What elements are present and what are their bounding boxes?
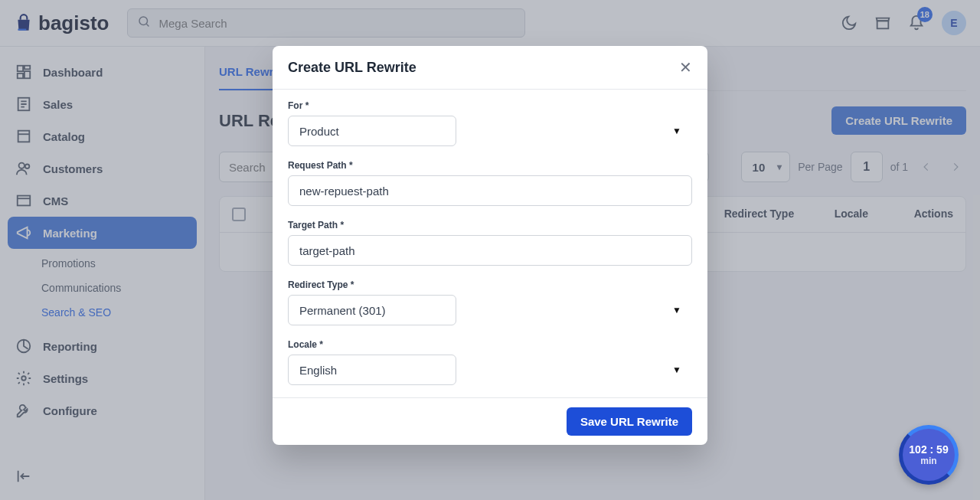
timer-value: 102 : 59 [909, 443, 948, 456]
modal-overlay[interactable]: Create URL Rewrite ✕ For * ▼ Request Pat… [0, 0, 980, 500]
chevron-down-icon: ▼ [672, 305, 681, 315]
chevron-down-icon: ▼ [672, 364, 681, 375]
redirect-type-label: Redirect Type * [288, 279, 692, 290]
for-label: For * [288, 100, 692, 111]
save-url-rewrite-button[interactable]: Save URL Rewrite [567, 407, 692, 436]
timer-widget[interactable]: 102 : 59 min [899, 425, 959, 485]
target-path-label: Target Path * [288, 220, 692, 230]
chevron-down-icon: ▼ [672, 126, 681, 136]
create-url-rewrite-modal: Create URL Rewrite ✕ For * ▼ Request Pat… [273, 46, 707, 445]
request-path-input[interactable] [288, 175, 692, 206]
locale-label: Locale * [288, 339, 692, 350]
for-select[interactable] [288, 116, 456, 146]
redirect-type-select[interactable] [288, 295, 456, 325]
modal-title: Create URL Rewrite [288, 60, 416, 76]
request-path-label: Request Path * [288, 160, 692, 171]
target-path-input[interactable] [288, 235, 692, 266]
close-icon[interactable]: ✕ [679, 58, 692, 77]
timer-unit: min [920, 456, 936, 466]
locale-select[interactable] [288, 355, 456, 385]
